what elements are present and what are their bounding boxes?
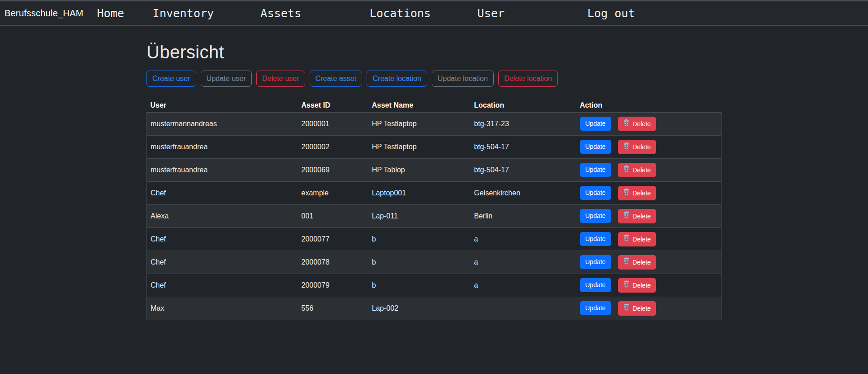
row-delete-label: Delete bbox=[632, 258, 651, 267]
row-update-button[interactable]: Update bbox=[580, 140, 611, 154]
navbar: Berufsschule_HAM Home Inventory Assets L… bbox=[0, 1, 868, 26]
cell-action: Update Delete bbox=[576, 182, 722, 205]
column-header-action: Action bbox=[576, 99, 722, 113]
trash-icon bbox=[623, 188, 630, 198]
table-row: musterfrauandrea 2000069 HP Tablop btg-5… bbox=[147, 159, 722, 182]
row-delete-label: Delete bbox=[632, 166, 651, 175]
cell-action: Update Delete bbox=[576, 228, 722, 251]
cell-user: Alexa bbox=[147, 205, 298, 228]
trash-icon bbox=[623, 142, 630, 152]
row-delete-button[interactable]: Delete bbox=[618, 209, 656, 223]
cell-asset-id: 556 bbox=[298, 297, 368, 320]
row-update-button[interactable]: Update bbox=[580, 209, 611, 223]
toolbar: Create user Update user Delete user Crea… bbox=[146, 71, 722, 87]
create-location-button[interactable]: Create location bbox=[367, 71, 427, 87]
cell-location: btg-504-17 bbox=[471, 136, 576, 159]
row-delete-button[interactable]: Delete bbox=[618, 117, 656, 131]
delete-location-button[interactable]: Delete location bbox=[498, 71, 558, 87]
trash-icon bbox=[623, 257, 630, 267]
cell-user: Chef bbox=[147, 251, 298, 274]
row-update-button[interactable]: Update bbox=[580, 186, 611, 200]
table-row: Alexa 001 Lap-011 Berlin Update Delete bbox=[147, 205, 722, 228]
trash-icon bbox=[623, 119, 630, 129]
row-delete-button[interactable]: Delete bbox=[618, 301, 656, 316]
cell-asset-name: HP Tablop bbox=[368, 159, 471, 182]
cell-user: Max bbox=[147, 297, 298, 320]
assets-table: User Asset ID Asset Name Location Action… bbox=[146, 99, 722, 320]
cell-action: Update Delete bbox=[576, 297, 722, 320]
row-delete-label: Delete bbox=[632, 142, 651, 152]
cell-action: Update Delete bbox=[576, 159, 722, 182]
delete-user-button[interactable]: Delete user bbox=[256, 71, 305, 87]
row-delete-button[interactable]: Delete bbox=[618, 163, 656, 177]
row-delete-label: Delete bbox=[632, 304, 651, 313]
create-user-button[interactable]: Create user bbox=[146, 71, 196, 87]
row-update-button[interactable]: Update bbox=[580, 255, 611, 269]
row-update-button[interactable]: Update bbox=[580, 278, 611, 292]
trash-icon bbox=[623, 165, 630, 175]
row-update-button[interactable]: Update bbox=[580, 163, 611, 177]
cell-user: musterfrauandrea bbox=[147, 136, 298, 159]
update-user-button[interactable]: Update user bbox=[201, 71, 252, 87]
table-row: mustermannandreas 2000001 HP Testlaptop … bbox=[147, 113, 722, 136]
cell-action: Update Delete bbox=[576, 274, 722, 297]
cell-asset-name: b bbox=[368, 228, 471, 251]
cell-location: a bbox=[471, 251, 576, 274]
column-header-asset-name: Asset Name bbox=[368, 99, 471, 113]
cell-asset-id: 2000077 bbox=[298, 228, 368, 251]
cell-user: Chef bbox=[147, 274, 298, 297]
main-content: Übersicht Create user Update user Delete… bbox=[146, 42, 722, 320]
row-delete-button[interactable]: Delete bbox=[618, 232, 656, 246]
row-delete-button[interactable]: Delete bbox=[618, 278, 656, 293]
cell-asset-id: 2000001 bbox=[298, 113, 368, 136]
create-asset-button[interactable]: Create asset bbox=[310, 71, 363, 87]
cell-location: a bbox=[471, 274, 576, 297]
cell-asset-id: 001 bbox=[298, 205, 368, 228]
cell-asset-id: 2000069 bbox=[298, 159, 368, 182]
nav-item-assets[interactable]: Assets bbox=[260, 7, 301, 20]
row-delete-button[interactable]: Delete bbox=[618, 255, 656, 270]
cell-asset-name: HP Testlaptop bbox=[368, 136, 471, 159]
table-row: Chef example Laptop001 Gelsenkirchen Upd… bbox=[147, 182, 722, 205]
row-delete-label: Delete bbox=[632, 119, 651, 129]
cell-location: btg-317-23 bbox=[471, 113, 576, 136]
cell-location: Berlin bbox=[471, 205, 576, 228]
table-header: User Asset ID Asset Name Location Action bbox=[147, 99, 722, 113]
trash-icon bbox=[623, 303, 630, 313]
table-row: Chef 2000078 b a Update Delete bbox=[147, 251, 722, 274]
cell-asset-name: Lap-002 bbox=[368, 297, 471, 320]
page-title: Übersicht bbox=[146, 42, 722, 62]
trash-icon bbox=[623, 234, 630, 244]
row-update-button[interactable]: Update bbox=[580, 232, 611, 246]
cell-asset-name: b bbox=[368, 274, 471, 297]
nav-links: Home Inventory Assets Locations User Log… bbox=[83, 7, 635, 20]
nav-item-inventory[interactable]: Inventory bbox=[153, 7, 214, 20]
cell-user: Chef bbox=[147, 182, 298, 205]
row-delete-button[interactable]: Delete bbox=[618, 140, 656, 154]
table-body: mustermannandreas 2000001 HP Testlaptop … bbox=[147, 113, 722, 320]
trash-icon bbox=[623, 211, 630, 221]
navbar-brand[interactable]: Berufsschule_HAM bbox=[5, 8, 83, 19]
nav-item-user[interactable]: User bbox=[477, 7, 505, 20]
cell-asset-id: 2000078 bbox=[298, 251, 368, 274]
cell-asset-name: HP Testlaptop bbox=[368, 113, 471, 136]
row-delete-label: Delete bbox=[632, 212, 651, 221]
update-location-button[interactable]: Update location bbox=[432, 71, 494, 87]
row-delete-button[interactable]: Delete bbox=[618, 186, 656, 200]
nav-item-locations[interactable]: Locations bbox=[369, 7, 430, 20]
trash-icon bbox=[623, 280, 630, 290]
cell-action: Update Delete bbox=[576, 205, 722, 228]
cell-user: musterfrauandrea bbox=[147, 159, 298, 182]
cell-user: Chef bbox=[147, 228, 298, 251]
cell-action: Update Delete bbox=[576, 136, 722, 159]
table-row: Max 556 Lap-002 Update Delete bbox=[147, 297, 722, 320]
nav-item-home[interactable]: Home bbox=[97, 7, 124, 20]
row-update-button[interactable]: Update bbox=[580, 117, 611, 131]
cell-asset-name: Lap-011 bbox=[368, 205, 471, 228]
table-row: Chef 2000077 b a Update Delete bbox=[147, 228, 722, 251]
row-update-button[interactable]: Update bbox=[580, 301, 611, 315]
cell-location bbox=[471, 297, 576, 320]
nav-item-logout[interactable]: Log out bbox=[587, 7, 635, 20]
cell-asset-name: Laptop001 bbox=[368, 182, 471, 205]
table-row: Chef 2000079 b a Update Delete bbox=[147, 274, 722, 297]
